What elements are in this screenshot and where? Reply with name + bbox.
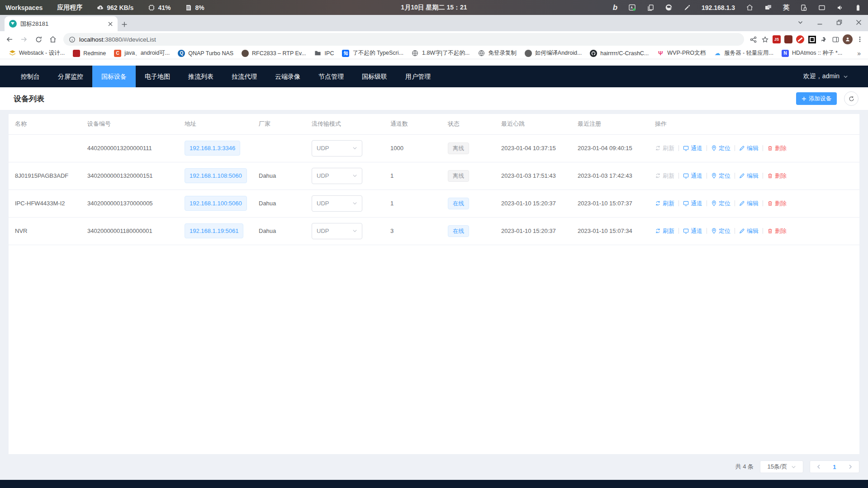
ip-address-indicator[interactable]: 192.168.1.3 <box>702 4 735 11</box>
edit-action[interactable]: 编辑 <box>739 144 759 152</box>
bookmark-typescript[interactable]: 知了不起的 TypeScri... <box>338 49 408 57</box>
cell-name: IPC-HFW4433M-I2 <box>9 190 81 217</box>
next-page-button[interactable] <box>848 464 853 469</box>
bookmark-java-android[interactable]: Cjava、android可... <box>110 49 174 57</box>
forward-button[interactable] <box>18 33 30 45</box>
color-picker-tray-icon[interactable] <box>683 4 691 11</box>
locate-action[interactable]: 定位 <box>711 172 730 180</box>
window-minimize-button[interactable] <box>817 19 823 25</box>
network-speed-indicator[interactable]: 962 KB/s <box>97 4 133 11</box>
refresh-icon <box>655 228 661 234</box>
edit-action[interactable]: 编辑 <box>739 199 759 208</box>
refresh-list-button[interactable] <box>844 91 859 106</box>
delete-action[interactable]: 删除 <box>767 199 787 208</box>
workspace-switcher-icon[interactable] <box>764 4 772 11</box>
nav-item-push-streams[interactable]: 推流列表 <box>179 66 223 87</box>
bookmark-cloud-server[interactable]: ☁服务器 - 轻量应用... <box>710 49 778 57</box>
refresh-action[interactable]: 刷新 <box>655 144 674 152</box>
tab-close-icon[interactable] <box>108 21 113 27</box>
locate-action[interactable]: 定位 <box>711 199 730 208</box>
workspaces-button[interactable]: Workspaces <box>5 4 43 11</box>
home-button[interactable] <box>47 33 59 45</box>
battery-icon[interactable] <box>854 4 862 11</box>
nav-item-cloud-record[interactable]: 云端录像 <box>266 66 309 87</box>
reload-button[interactable] <box>33 33 44 45</box>
stream-mode-select[interactable]: UDP <box>312 140 362 156</box>
extension-icon[interactable] <box>784 35 793 44</box>
bookmark-folder-ipc[interactable]: IPC <box>310 50 338 57</box>
side-panel-icon[interactable] <box>831 35 840 44</box>
new-tab-button[interactable] <box>121 21 128 28</box>
bookmark-github[interactable]: hairrrrr/C-CrashC... <box>586 50 653 57</box>
stream-mode-select[interactable]: UDP <box>312 223 362 239</box>
js-extension-icon[interactable]: JS <box>772 35 781 44</box>
refresh-action[interactable]: 刷新 <box>655 199 674 208</box>
address-bar[interactable]: localhost:38080/#/deviceList <box>63 33 744 46</box>
share-icon[interactable] <box>749 35 758 44</box>
bookmark-webstack[interactable]: Webstack - 设计... <box>5 49 69 57</box>
screenshot-tray-icon[interactable]: A <box>628 4 636 11</box>
nav-item-pull-proxy[interactable]: 拉流代理 <box>223 66 266 87</box>
delete-action[interactable]: 删除 <box>767 172 787 180</box>
edit-action[interactable]: 编辑 <box>739 172 759 180</box>
bookmark-wvp-docs[interactable]: ΨWVP-PRO文档 <box>653 49 710 57</box>
delete-action[interactable]: 删除 <box>767 144 787 152</box>
bookmark-copy-free[interactable]: 免登录复制 <box>474 49 521 57</box>
browser-menu-icon[interactable] <box>855 35 864 44</box>
add-device-button[interactable]: 添加设备 <box>796 92 837 105</box>
bookmark-qnap[interactable]: QQNAP Turbo NAS <box>174 50 237 57</box>
clock-menu[interactable]: 1月10日 星期二 15：21 <box>401 4 467 12</box>
applications-menu[interactable]: 应用程序 <box>57 4 82 12</box>
caffeine-tray-icon[interactable] <box>665 4 673 11</box>
window-restore-button[interactable] <box>836 19 842 25</box>
site-info-icon[interactable] <box>69 36 76 43</box>
nav-item-user-manage[interactable]: 用户管理 <box>396 66 440 87</box>
clipboard-tray-icon[interactable] <box>647 4 654 11</box>
channel-action[interactable]: 通道 <box>683 199 702 208</box>
nav-item-dashboard[interactable]: 控制台 <box>12 66 49 87</box>
locate-action[interactable]: 定位 <box>711 144 730 152</box>
bookmark-redmine[interactable]: Redmine <box>69 50 110 57</box>
bookmark-article[interactable]: 1.8W字|了不起的... <box>408 49 474 57</box>
stream-mode-select[interactable]: UDP <box>312 168 362 184</box>
current-page-button[interactable]: 1 <box>833 464 836 470</box>
blocker-extension-icon[interactable] <box>796 35 805 44</box>
nav-item-map[interactable]: 电子地图 <box>136 66 179 87</box>
cpu-usage-indicator[interactable]: 41% <box>148 4 171 11</box>
nav-item-node-manage[interactable]: 节点管理 <box>309 66 353 87</box>
prev-page-button[interactable] <box>816 464 821 469</box>
input-method-indicator[interactable]: 英 <box>783 4 789 12</box>
bookmark-star-icon[interactable] <box>760 35 769 44</box>
back-button[interactable] <box>4 33 15 45</box>
nav-item-gb-cascade[interactable]: 国标级联 <box>353 66 396 87</box>
bing-tray-icon[interactable]: b <box>613 3 617 12</box>
locate-action[interactable]: 定位 <box>711 227 730 235</box>
bookmark-hdatmos[interactable]: NHDAtmos :: 种子 *... <box>778 49 846 57</box>
page-size-select[interactable]: 15条/页 <box>760 460 803 473</box>
volume-icon[interactable] <box>836 4 844 11</box>
bookmark-android-build[interactable]: 如何编译Android... <box>521 49 586 57</box>
profile-avatar[interactable] <box>843 34 853 44</box>
user-menu[interactable]: 欢迎，admin <box>803 72 848 81</box>
extensions-puzzle-icon[interactable] <box>819 35 828 44</box>
channel-action[interactable]: 通道 <box>683 172 702 180</box>
nav-item-split-monitor[interactable]: 分屏监控 <box>49 66 92 87</box>
edit-action[interactable]: 编辑 <box>739 227 759 235</box>
window-close-button[interactable] <box>856 19 862 25</box>
tab-search-chevron-icon[interactable] <box>797 19 803 25</box>
home-tray-icon[interactable] <box>746 4 754 11</box>
refresh-action[interactable]: 刷新 <box>655 172 674 180</box>
phone-link-icon[interactable] <box>800 4 807 11</box>
display-tray-icon[interactable] <box>818 4 825 11</box>
qr-extension-icon[interactable] <box>807 35 816 44</box>
channel-action[interactable]: 通道 <box>683 144 702 152</box>
delete-action[interactable]: 删除 <box>767 227 787 235</box>
nav-item-gb-devices[interactable]: 国标设备 <box>92 66 136 87</box>
bookmark-rfc2833[interactable]: RFC2833 – RTP Ev... <box>237 50 310 57</box>
bookmarks-overflow-chevron[interactable]: » <box>854 50 863 57</box>
stream-mode-select[interactable]: UDP <box>312 195 362 212</box>
channel-action[interactable]: 通道 <box>683 227 702 235</box>
refresh-action[interactable]: 刷新 <box>655 227 674 235</box>
memory-usage-indicator[interactable]: 8% <box>185 4 204 11</box>
browser-tab[interactable]: 国标28181 <box>5 16 118 31</box>
